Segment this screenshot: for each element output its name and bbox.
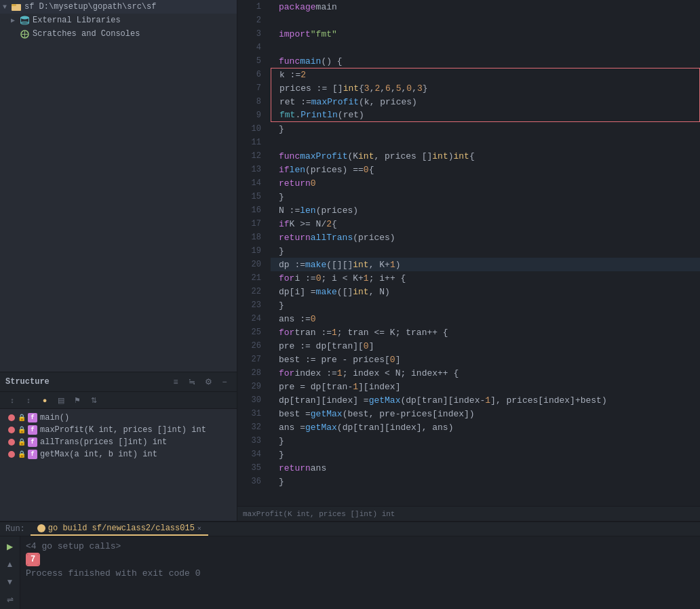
code-line-29[interactable]: pre = dp[tran-1][index] xyxy=(271,380,700,393)
struct-item-alltrans[interactable]: 🔒 f allTrans(prices []int) int xyxy=(0,436,237,448)
code-line-14[interactable]: return 0 xyxy=(271,176,700,190)
code-line-8[interactable]: ret := maxProfit(k, prices) xyxy=(271,95,700,109)
code-line-15[interactable]: } xyxy=(271,190,700,203)
token-plain: } xyxy=(279,436,284,446)
run-play-button[interactable]: ▶ xyxy=(3,539,18,554)
code-line-31[interactable]: best = getMax(best, pre-prices[index]) xyxy=(271,407,700,420)
sidebar-item-scratches[interactable]: Scratches and Consoles xyxy=(0,27,237,41)
code-line-27[interactable]: best := pre - prices[0] xyxy=(271,353,700,366)
code-line-26[interactable]: pre := dp[tran][0] xyxy=(271,339,700,353)
sidebar-item-sf[interactable]: ▼ sf D:\mysetup\gopath\src\sf xyxy=(0,0,237,14)
navigate-button[interactable]: ▤ xyxy=(54,394,68,406)
code-line-32[interactable]: ans = getMax(dp[tran][index], ans) xyxy=(271,420,700,434)
struct-label-alltrans: allTrans(prices []int) int xyxy=(40,437,167,447)
run-down-button[interactable]: ▼ xyxy=(3,574,18,589)
code-line-33[interactable]: } xyxy=(271,434,700,448)
close-structure-button[interactable]: − xyxy=(218,375,231,389)
token-plain: ans = xyxy=(279,423,305,433)
line-number-20: 💡20 xyxy=(237,258,268,271)
code-line-9[interactable]: fmt.Println(ret) xyxy=(271,109,700,122)
code-line-24[interactable]: ans := 0 xyxy=(271,312,700,326)
output-finished-text: Process finished with exit code 0 xyxy=(26,568,200,578)
collapse-all-button[interactable]: ↕ xyxy=(22,394,35,406)
code-line-20[interactable]: dp := make([][]int, K+1) xyxy=(271,258,700,271)
sidebar-item-external-libraries[interactable]: ▶ External Libraries xyxy=(0,14,237,27)
token-fn: getMax xyxy=(369,395,401,406)
token-plain: ][index] xyxy=(358,382,400,392)
code-line-7[interactable]: prices := []int{3, 2, 6, 5, 0, 3} xyxy=(271,81,700,95)
sort-order-button[interactable]: ≒ xyxy=(185,375,199,389)
code-line-28[interactable]: for index := 1; index < N; index++ { xyxy=(271,366,700,380)
code-line-1[interactable]: package main xyxy=(271,0,700,14)
code-line-21[interactable]: for i := 0; i < K+1; i++ { xyxy=(271,271,700,285)
code-line-3[interactable]: import "fmt" xyxy=(271,27,700,41)
token-num: 3 xyxy=(417,83,423,94)
code-line-36[interactable]: } xyxy=(271,475,700,488)
line-number-26: 26 xyxy=(237,339,268,353)
token-plain: (dp[tran][index- xyxy=(400,395,485,406)
code-line-11[interactable] xyxy=(271,136,700,149)
code-line-5[interactable]: func main() { xyxy=(271,54,700,68)
code-line-23[interactable]: } xyxy=(271,298,700,312)
token-fn: getMax xyxy=(311,409,343,419)
run-wrap-button[interactable]: ⇌ xyxy=(3,592,18,607)
code-line-16[interactable]: N := len(prices) xyxy=(271,203,700,217)
code-lines[interactable]: package mainimport "fmt"func main() { k … xyxy=(268,0,700,506)
filter-public-button[interactable]: ● xyxy=(38,394,52,406)
token-num: 1 xyxy=(337,368,343,378)
settings-button[interactable]: ⚙ xyxy=(201,375,215,389)
run-tab-active[interactable]: go build sf/newclass2/class015 ✕ xyxy=(31,522,208,536)
code-line-22[interactable]: dp[i] = make([]int, N) xyxy=(271,285,700,298)
token-plain: ; tran <= K; tran++ { xyxy=(337,328,448,338)
line-number-5: ▶5 xyxy=(237,54,268,68)
code-container[interactable]: 1234▶5678910111213141516171819💡202122232… xyxy=(237,0,700,506)
tree-arrow: ▼ xyxy=(3,3,11,11)
token-plain: (best, pre-prices[index]) xyxy=(343,409,475,419)
code-line-6[interactable]: k := 2 xyxy=(271,68,700,81)
struct-item-main[interactable]: 🔒 f main() xyxy=(0,412,237,424)
token-type: int xyxy=(343,83,359,94)
token-plain: k := xyxy=(279,70,300,80)
token-num: 1 xyxy=(485,395,490,406)
structure-header: Structure ≡ ≒ ⚙ − xyxy=(0,372,237,392)
run-up-button[interactable]: ▲ xyxy=(3,557,18,572)
token-plain: (dp[tran][index], ans) xyxy=(337,423,454,433)
code-line-2[interactable] xyxy=(271,14,700,27)
filter-toggle-button[interactable]: ⚑ xyxy=(71,394,84,406)
sort-alpha-button[interactable]: ≡ xyxy=(169,375,182,389)
line-number-15: 15 xyxy=(237,190,268,203)
code-line-4[interactable] xyxy=(271,41,700,54)
code-line-12[interactable]: func maxProfit(K int, prices []int) int … xyxy=(271,149,700,163)
token-fn: maxProfit xyxy=(311,97,359,107)
struct-item-maxprofit[interactable]: 🔒 f maxProfit(K int, prices []int) int xyxy=(0,424,237,436)
struct-label-maxprofit: maxProfit(K int, prices []int) int xyxy=(40,425,206,435)
run-tab-close[interactable]: ✕ xyxy=(197,524,201,532)
func-icon-3: f xyxy=(28,437,37,447)
token-num: 6 xyxy=(385,83,391,94)
struct-item-getmax[interactable]: 🔒 f getMax(a int, b int) int xyxy=(0,448,237,460)
token-type: int xyxy=(353,287,368,297)
func-visibility-icon xyxy=(8,414,15,421)
token-fn: make xyxy=(305,260,326,270)
line-number-14: 14 xyxy=(237,176,268,190)
code-line-10[interactable]: } xyxy=(271,122,700,136)
line-number-30: 30 xyxy=(237,393,268,407)
sort-button[interactable]: ⇅ xyxy=(87,394,100,406)
code-line-13[interactable]: if len(prices) == 0 { xyxy=(271,163,700,176)
line-number-8: 8 xyxy=(237,95,268,109)
line-number-19: 19 xyxy=(237,244,268,258)
code-line-34[interactable]: } xyxy=(271,448,700,461)
code-line-17[interactable]: if K >= N/2 { xyxy=(271,217,700,231)
output-line-finished: Process finished with exit code 0 xyxy=(26,566,695,580)
token-plain: dp[tran][index] = xyxy=(279,395,369,406)
expand-all-button[interactable]: ↕ xyxy=(5,394,19,406)
token-plain: , xyxy=(402,83,407,94)
code-line-30[interactable]: dp[tran][index] = getMax(dp[tran][index-… xyxy=(271,393,700,407)
token-plain: } xyxy=(279,192,284,202)
code-line-19[interactable]: } xyxy=(271,244,700,258)
token-plain: , xyxy=(391,83,396,94)
code-line-18[interactable]: return allTrans(prices) xyxy=(271,231,700,244)
code-line-35[interactable]: return ans xyxy=(271,461,700,475)
line-number-33: 33 xyxy=(237,434,268,448)
code-line-25[interactable]: for tran := 1; tran <= K; tran++ { xyxy=(271,326,700,339)
